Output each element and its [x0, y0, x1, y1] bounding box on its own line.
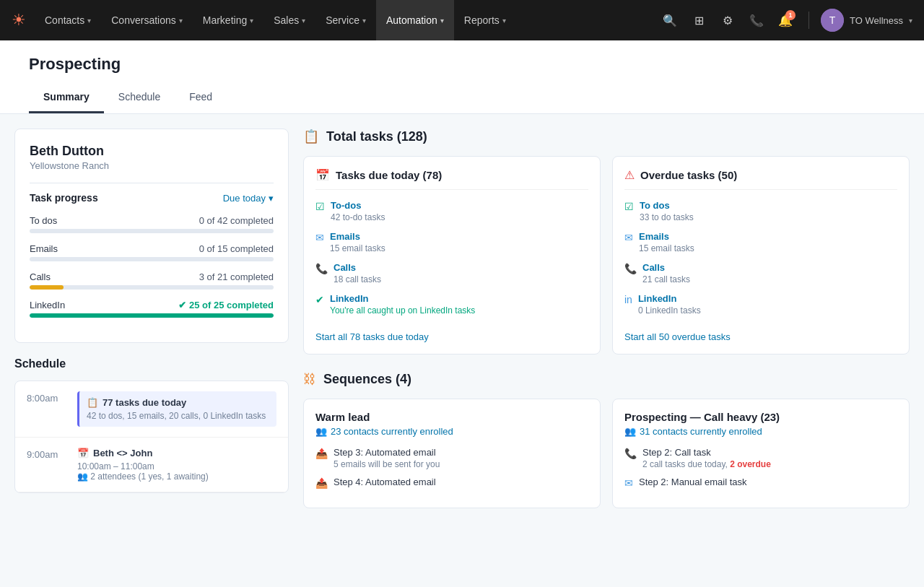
schedule-event-time-range: 10:00am – 11:00am	[77, 461, 276, 471]
schedule-row-9am: 9:00am 📅 Beth <> John 10:00am – 11:00am …	[15, 438, 288, 492]
task-item-todos-overdue: ☑ To dos 33 to do tasks	[624, 200, 897, 222]
nav-reports[interactable]: Reports ▾	[454, 0, 516, 40]
schedule-event-tasks[interactable]: 📋 77 tasks due today 42 to dos, 15 email…	[77, 391, 276, 427]
tasks-icon: 📋	[87, 397, 98, 408]
username-label[interactable]: TO Wellness	[850, 15, 903, 26]
tab-schedule[interactable]: Schedule	[104, 82, 175, 113]
seq-card-title-warm: Warm lead	[315, 411, 588, 423]
people-icon: 👥	[624, 426, 636, 437]
chevron-down-icon: ▾	[250, 17, 253, 25]
task-cards-grid: 📅 Tasks due today (78) ☑ To-dos 42 to-do…	[303, 156, 910, 355]
schedule-time-9am: 9:00am	[27, 448, 77, 482]
top-navigation: ☀ Contacts ▾ Conversations ▾ Marketing ▾…	[0, 0, 924, 40]
avatar[interactable]: T	[821, 9, 844, 32]
search-button[interactable]: 🔍	[658, 9, 681, 32]
start-all-overdue-link[interactable]: Start all 50 overdue tasks	[624, 331, 731, 342]
nav-automation[interactable]: Automation ▾	[376, 0, 454, 40]
task-item-desc-emails: 15 email tasks	[330, 243, 588, 253]
overdue-tasks-header: ⚠ Overdue tasks (50)	[624, 168, 897, 190]
task-item-name-todos[interactable]: To-dos	[331, 200, 588, 211]
nav-divider	[808, 12, 809, 29]
linkedin-icon: in	[624, 294, 632, 305]
start-all-today-link[interactable]: Start all 78 tasks due today	[315, 331, 429, 342]
task-item-emails-overdue: ✉ Emails 15 email tasks	[624, 231, 897, 253]
warning-icon: ⚠	[624, 168, 635, 182]
task-item-name-linkedin-overdue[interactable]: LinkedIn	[638, 293, 897, 304]
svg-text:T: T	[829, 14, 836, 26]
progress-bar-bg-emails	[30, 257, 274, 261]
people-icon: 👥	[77, 471, 88, 482]
task-item-name-emails-overdue[interactable]: Emails	[639, 231, 897, 242]
progress-row-header: To dos 0 of 42 completed	[30, 215, 274, 226]
seq-enrolled-warm[interactable]: 👥 23 contacts currently enrolled	[315, 426, 588, 437]
task-item-name-linkedin[interactable]: LinkedIn	[330, 293, 588, 304]
user-menu-chevron-icon: ▾	[909, 17, 912, 25]
person-name: Beth Dutton	[30, 144, 274, 159]
phone-icon: 📞	[624, 263, 637, 274]
seq-step-content-4: Step 4: Automated email	[334, 477, 588, 489]
tasks-due-today-header: 📅 Tasks due today (78)	[315, 168, 588, 190]
marketplace-icon[interactable]: ⊞	[687, 9, 710, 32]
task-item-desc-todos: 42 to-do tasks	[331, 212, 588, 222]
task-item-name-calls-overdue[interactable]: Calls	[642, 262, 897, 273]
nav-service[interactable]: Service ▾	[315, 0, 376, 40]
seq-enrolled-call-heavy[interactable]: 👥 31 contacts currently enrolled	[624, 426, 897, 437]
seq-step-4-email: 📤 Step 4: Automated email	[315, 477, 588, 489]
sequences-section: ⛓ Sequences (4) Warm lead 👥 23 contacts …	[303, 372, 910, 508]
due-today-filter[interactable]: Due today ▾	[223, 193, 274, 204]
checkmark-icon: ✔	[315, 294, 324, 305]
schedule-title: Schedule	[14, 357, 289, 370]
seq-step-content-3: Step 3: Automated email 5 emails will be…	[334, 447, 588, 469]
tasks-list-icon: 📋	[303, 129, 319, 144]
task-item-desc-calls: 18 call tasks	[334, 274, 588, 284]
sequence-card-call-heavy: Prospecting — Call heavy (23) 👥 31 conta…	[612, 399, 910, 508]
seq-step-3-email: 📤 Step 3: Automated email 5 emails will …	[315, 447, 588, 469]
progress-bar-bg-calls	[30, 285, 274, 290]
progress-row-emails: Emails 0 of 15 completed	[30, 243, 274, 261]
settings-icon[interactable]: ⚙	[716, 9, 739, 32]
progress-row-linkedin: LinkedIn ✔ 25 of 25 completed	[30, 300, 274, 318]
task-item-content-todos-overdue: To dos 33 to do tasks	[640, 200, 897, 222]
task-item-name-emails[interactable]: Emails	[330, 231, 588, 242]
overdue-tasks-card: ⚠ Overdue tasks (50) ☑ To dos 33 to do t…	[612, 156, 910, 355]
task-item-desc-linkedin: You're all caught up on LinkedIn tasks	[330, 305, 588, 316]
progress-label-emails: Emails	[30, 243, 58, 254]
progress-row-header: Calls 3 of 21 completed	[30, 271, 274, 282]
schedule-row-8am: 8:00am 📋 77 tasks due today 42 to dos, 1…	[15, 381, 288, 438]
task-item-name-todos-overdue[interactable]: To dos	[640, 200, 897, 211]
sequence-card-warm-lead: Warm lead 👥 23 contacts currently enroll…	[303, 399, 601, 508]
seq-step-name-4: Step 4: Automated email	[334, 477, 588, 487]
phone-icon: 📞	[315, 263, 328, 274]
tab-feed[interactable]: Feed	[175, 82, 227, 113]
schedule-event-attendees: 👥 2 attendees (1 yes, 1 awaiting)	[77, 471, 276, 482]
nav-sales[interactable]: Sales ▾	[263, 0, 315, 40]
nav-marketing[interactable]: Marketing ▾	[193, 0, 263, 40]
nav-contacts[interactable]: Contacts ▾	[35, 0, 101, 40]
task-item-content-emails: Emails 15 email tasks	[330, 231, 588, 253]
progress-label-linkedin: LinkedIn	[30, 300, 65, 310]
nav-reports-label: Reports	[464, 14, 500, 26]
people-icon: 👥	[315, 426, 327, 437]
seq-step-desc-3: 5 emails will be sent for you	[334, 459, 588, 469]
email-icon: ✉	[624, 232, 633, 243]
page-title: Prospecting	[29, 40, 895, 82]
notification-badge: 1	[785, 10, 796, 20]
todo-icon: ☑	[315, 201, 325, 212]
tab-summary[interactable]: Summary	[29, 82, 104, 113]
seq-step-name-3: Step 3: Automated email	[334, 447, 588, 458]
schedule-time-8am: 8:00am	[27, 391, 77, 427]
nav-conversations[interactable]: Conversations ▾	[101, 0, 193, 40]
nav-service-label: Service	[326, 14, 359, 26]
task-progress-card: Beth Dutton Yellowstone Ranch Task progr…	[14, 129, 289, 343]
email-icon: ✉	[624, 477, 633, 489]
progress-row-header: LinkedIn ✔ 25 of 25 completed	[30, 300, 274, 310]
seq-step-name-manual-email: Step 2: Manual email task	[639, 477, 897, 487]
hubspot-logo-icon[interactable]: ☀	[12, 11, 26, 30]
notifications-button[interactable]: 🔔 1	[774, 9, 797, 32]
task-item-name-calls[interactable]: Calls	[334, 262, 588, 273]
right-panel: 📋 Total tasks (128) 📅 Tasks due today (7…	[303, 114, 924, 540]
nav-items: Contacts ▾ Conversations ▾ Marketing ▾ S…	[35, 0, 658, 40]
email-icon: ✉	[315, 232, 324, 243]
phone-icon[interactable]: 📞	[745, 9, 768, 32]
progress-bar-fill-calls	[30, 285, 64, 290]
